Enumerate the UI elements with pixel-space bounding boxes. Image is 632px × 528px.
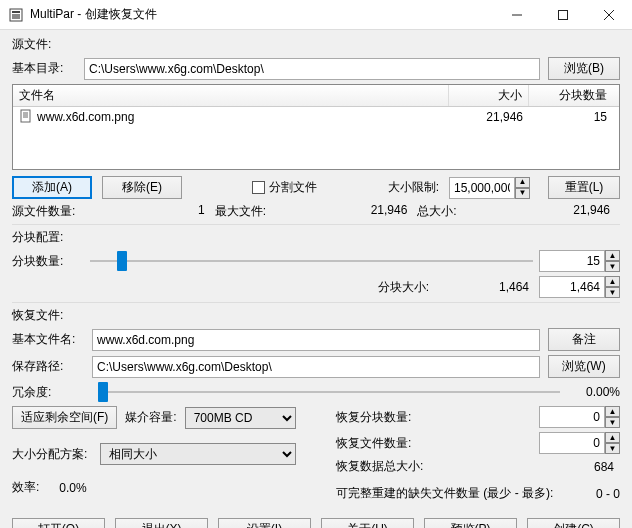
preview-button[interactable]: 预览(P): [424, 518, 517, 528]
basename-label: 基本文件名:: [12, 331, 92, 348]
reset-button[interactable]: 重置(L): [548, 176, 620, 199]
limit-down[interactable]: ▼: [515, 188, 530, 199]
split-checkbox[interactable]: 分割文件: [252, 179, 317, 196]
svg-rect-4: [559, 10, 568, 19]
blockcount-label: 分块数量:: [12, 253, 84, 270]
recfiles-input[interactable]: [539, 432, 605, 454]
total-value: 21,946: [457, 203, 620, 220]
recblocks-up[interactable]: ▲: [605, 406, 620, 417]
blockcount-slider[interactable]: [90, 251, 533, 271]
filesize-cell: 21,946: [449, 109, 529, 125]
split-label: 分割文件: [269, 179, 317, 196]
limit-spinner[interactable]: ▲▼: [449, 177, 530, 199]
efficiency-value: 0.0%: [59, 481, 86, 495]
recblocks-spinner[interactable]: ▲▼: [539, 406, 620, 428]
media-label: 媒介容量:: [125, 409, 176, 426]
blocksize-input[interactable]: [539, 276, 605, 298]
svg-rect-2: [12, 14, 20, 19]
about-button[interactable]: 关于(U): [321, 518, 414, 528]
split-scheme-select[interactable]: 相同大小: [100, 443, 296, 465]
add-button[interactable]: 添加(A): [12, 176, 92, 199]
source-label: 源文件:: [12, 36, 51, 53]
blockcount-up[interactable]: ▲: [605, 250, 620, 261]
file-table[interactable]: 文件名 大小 分块数量 www.x6d.com.png 21,946 15: [12, 84, 620, 170]
savepath-label: 保存路径:: [12, 358, 92, 375]
table-row[interactable]: www.x6d.com.png 21,946 15: [13, 107, 619, 127]
basedir-input[interactable]: [84, 58, 540, 80]
rebuild-label: 可完整重建的缺失文件数量 (最少 - 最多):: [336, 485, 553, 502]
browse-path-button[interactable]: 浏览(W): [548, 355, 620, 378]
limit-label: 大小限制:: [388, 179, 439, 196]
svg-rect-7: [21, 110, 30, 122]
recfiles-spinner[interactable]: ▲▼: [539, 432, 620, 454]
filecount-value: 1: [75, 203, 214, 220]
app-icon: [8, 7, 24, 23]
fileblocks-cell: 15: [529, 109, 619, 125]
exit-button[interactable]: 退出(X): [115, 518, 208, 528]
media-select[interactable]: 700MB CD: [185, 407, 296, 429]
svg-rect-1: [12, 11, 20, 13]
block-section-label: 分块配置:: [12, 229, 63, 246]
rectotal-label: 恢复数据总大小:: [336, 458, 436, 475]
recovery-section-label: 恢复文件:: [12, 307, 63, 324]
col-blocks[interactable]: 分块数量: [529, 85, 619, 106]
open-button[interactable]: 打开(O): [12, 518, 105, 528]
blocksize-display: 1,464: [439, 280, 529, 294]
col-filename[interactable]: 文件名: [13, 85, 449, 106]
remove-button[interactable]: 移除(E): [102, 176, 182, 199]
split-scheme-label: 大小分配方案:: [12, 446, 92, 463]
basename-input[interactable]: [92, 329, 540, 351]
limit-up[interactable]: ▲: [515, 177, 530, 188]
fit-free-button[interactable]: 适应剩余空间(F): [12, 406, 117, 429]
efficiency-label: 效率:: [12, 479, 39, 496]
rebuild-value: 0 - 0: [553, 487, 620, 501]
blocksize-spinner[interactable]: ▲▼: [539, 276, 620, 298]
recblocks-label: 恢复分块数量:: [336, 409, 436, 426]
recfiles-label: 恢复文件数量:: [336, 435, 436, 452]
comment-button[interactable]: 备注: [548, 328, 620, 351]
limit-input[interactable]: [449, 177, 515, 199]
filecount-label: 源文件数量:: [12, 203, 75, 220]
blocksize-up[interactable]: ▲: [605, 276, 620, 287]
rectotal-value: 684: [436, 460, 620, 474]
file-icon: [19, 109, 33, 126]
recfiles-up[interactable]: ▲: [605, 432, 620, 443]
maximize-button[interactable]: [540, 0, 586, 30]
blockcount-down[interactable]: ▼: [605, 261, 620, 272]
recblocks-down[interactable]: ▼: [605, 417, 620, 428]
create-button[interactable]: 创建(C): [527, 518, 620, 528]
redundancy-pct: 0.00%: [566, 385, 620, 399]
maxfile-value: 21,946: [266, 203, 417, 220]
close-button[interactable]: [586, 0, 632, 30]
filename-cell: www.x6d.com.png: [37, 110, 134, 124]
browse-basedir-button[interactable]: 浏览(B): [548, 57, 620, 80]
blockcount-input[interactable]: [539, 250, 605, 272]
blocksize-label: 分块大小:: [378, 279, 429, 296]
blocksize-down[interactable]: ▼: [605, 287, 620, 298]
savepath-input[interactable]: [92, 356, 540, 378]
redundancy-slider[interactable]: [98, 382, 560, 402]
window-title: MultiPar - 创建恢复文件: [30, 6, 494, 23]
recfiles-down[interactable]: ▼: [605, 443, 620, 454]
settings-button[interactable]: 设置(I): [218, 518, 311, 528]
recblocks-input[interactable]: [539, 406, 605, 428]
basedir-label: 基本目录:: [12, 60, 84, 77]
minimize-button[interactable]: [494, 0, 540, 30]
maxfile-label: 最大文件:: [215, 203, 266, 220]
blockcount-spinner[interactable]: ▲▼: [539, 250, 620, 272]
col-size[interactable]: 大小: [449, 85, 529, 106]
total-label: 总大小:: [417, 203, 456, 220]
redundancy-label: 冗余度:: [12, 384, 92, 401]
